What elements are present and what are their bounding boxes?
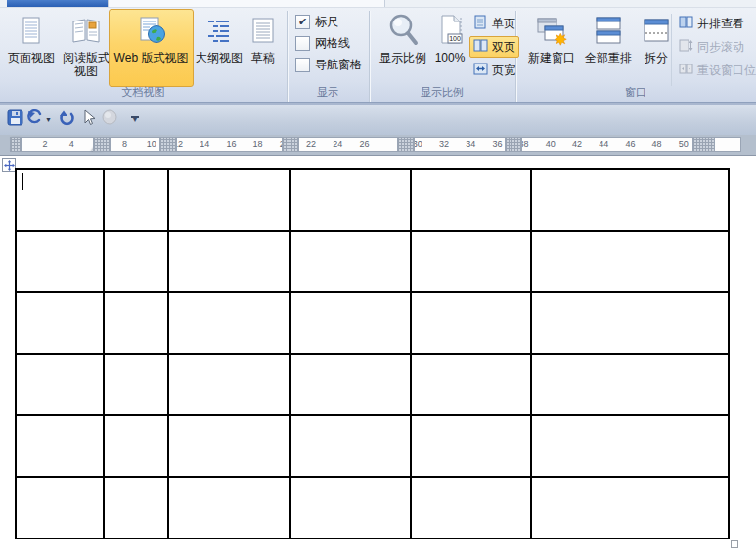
active-tab-edge <box>108 0 385 7</box>
redo-button[interactable] <box>57 109 76 129</box>
new-window-icon <box>535 10 568 51</box>
web-layout-view-button[interactable]: Web 版式视图 <box>109 9 194 87</box>
ruler-number: 10 <box>147 139 156 149</box>
customize-qat-button[interactable]: ▼ <box>125 109 145 129</box>
ruler-number: 4 <box>69 139 74 149</box>
sync-scroll-icon <box>679 38 693 57</box>
save-icon <box>7 109 23 130</box>
ruler-number: 32 <box>439 139 449 149</box>
one-page-button[interactable]: 单页 <box>469 13 519 34</box>
arrange-all-button[interactable]: 全部重排 <box>579 9 638 87</box>
synchronous-scrolling-button[interactable]: 同步滚动 <box>675 36 748 58</box>
group-zoom: 显示比例 100 100% 单页 双页 <box>369 8 515 102</box>
reset-window-position-button[interactable]: 重设窗口位 <box>675 60 756 81</box>
view-side-by-side-button[interactable]: 并排查看 <box>675 13 748 34</box>
one-page-icon <box>473 15 488 33</box>
group-window: 新建窗口 全部重排 拆分 并排查看 <box>515 8 756 102</box>
table-resize-handle[interactable] <box>731 540 738 548</box>
four-way-arrow-icon <box>4 160 15 171</box>
ruler-column-marker[interactable] <box>10 137 22 152</box>
new-window-button[interactable]: 新建窗口 <box>522 9 581 87</box>
ruler-checkbox[interactable]: ✔ <box>295 15 310 29</box>
button-label: Web 版式视图 <box>114 51 189 64</box>
ruler-column-marker[interactable] <box>159 137 177 152</box>
button-label: 阅读版式视图 <box>60 51 112 78</box>
ruler-number: 22 <box>306 139 316 149</box>
ruler-number: 14 <box>200 139 209 149</box>
ruler-number: 50 <box>679 139 689 149</box>
checkbox-label: 导航窗格 <box>315 57 362 73</box>
ruler-column-marker[interactable] <box>282 137 299 152</box>
ruler[interactable]: 2481012141618202224263032343638404244464… <box>0 135 756 156</box>
button-label: 页宽 <box>492 63 515 79</box>
button-label: 重设窗口位 <box>697 63 756 79</box>
ruler-column-marker[interactable] <box>93 137 111 152</box>
ruler-column-marker[interactable] <box>505 137 522 152</box>
ruler-number: 18 <box>253 139 263 149</box>
quick-access-toolbar: ▼ ▼ <box>0 105 756 136</box>
button-label: 草稿 <box>251 51 275 64</box>
table-move-handle[interactable] <box>2 158 16 172</box>
group-document-views: 页面视图 阅读版式视图 Web 版式视图 大纲视图 <box>0 8 287 102</box>
ruler-column-marker[interactable] <box>397 137 415 152</box>
page-width-button[interactable]: 页宽 <box>469 60 519 81</box>
disabled-circle-button[interactable] <box>100 109 119 129</box>
two-pages-button[interactable]: 双页 <box>469 36 519 58</box>
zoom-100-icon: 100 <box>434 10 466 51</box>
word-window: 页面视图 阅读版式视图 Web 版式视图 大纲视图 <box>0 0 756 559</box>
print-layout-icon <box>16 10 47 51</box>
side-by-side-icon <box>679 15 693 33</box>
button-label: 新建窗口 <box>528 51 575 64</box>
navigation-pane-checkbox[interactable]: ✔ <box>295 58 310 72</box>
navigation-pane-checkbox-row[interactable]: ✔ 导航窗格 <box>295 57 362 72</box>
more-dropdown-icon: ▼ <box>131 116 139 122</box>
file-tab[interactable] <box>7 0 108 7</box>
button-label: 显示比例 <box>379 51 426 64</box>
ribbon-tab-strip <box>0 0 756 8</box>
button-label: 单页 <box>492 16 515 32</box>
ruler-column-marker[interactable] <box>692 137 715 152</box>
button-label: 大纲视图 <box>196 51 243 64</box>
reset-window-icon <box>679 62 693 80</box>
ruler-number: 24 <box>333 139 342 149</box>
ruler-number: 46 <box>625 139 635 149</box>
button-label: 页面视图 <box>8 51 55 64</box>
document-area[interactable] <box>0 156 756 559</box>
magnifier-icon <box>384 10 422 51</box>
group-label-show: 显示 <box>287 85 369 100</box>
outline-view-button[interactable]: 大纲视图 <box>194 9 245 87</box>
ruler-number: 48 <box>652 139 662 149</box>
ruler-number: 34 <box>466 139 475 149</box>
gridlines-checkbox[interactable]: ✔ <box>295 36 310 51</box>
group-label-zoom: 显示比例 <box>369 85 515 100</box>
ruler-number: 44 <box>599 139 608 149</box>
split-icon <box>641 10 672 51</box>
print-layout-view-button[interactable]: 页面视图 <box>4 9 59 87</box>
group-show: ✔ 标尺 ✔ 网格线 ✔ 导航窗格 显示 <box>287 8 369 102</box>
split-button[interactable]: 拆分 <box>636 9 677 87</box>
button-label: 100% <box>435 51 466 64</box>
gridlines-checkbox-row[interactable]: ✔ 网格线 <box>295 35 350 51</box>
button-label: 双页 <box>492 39 515 56</box>
undo-icon <box>26 109 44 130</box>
button-label: 同步滚动 <box>697 39 744 56</box>
save-button[interactable] <box>5 109 24 129</box>
cursor-icon <box>80 109 96 130</box>
undo-dropdown-arrow-icon[interactable]: ▼ <box>45 116 52 123</box>
outline-view-icon <box>203 10 235 51</box>
button-label: 全部重排 <box>585 51 632 64</box>
undo-button[interactable]: ▼ <box>26 109 52 129</box>
arrange-all-icon <box>593 10 624 51</box>
zoom-100-icon-text: 100 <box>449 35 461 42</box>
reading-view-button[interactable]: 阅读版式视图 <box>59 9 113 87</box>
draft-view-button[interactable]: 草稿 <box>243 9 284 87</box>
zoom-button[interactable]: 显示比例 <box>375 9 431 87</box>
ruler-number: 40 <box>546 139 556 149</box>
ruler-number: 42 <box>572 139 582 149</box>
two-pages-icon <box>473 38 488 57</box>
pointer-button[interactable] <box>78 109 98 129</box>
checkbox-label: 标尺 <box>315 14 338 30</box>
zoom-100-button[interactable]: 100 100% <box>429 9 470 87</box>
page-width-icon <box>473 62 488 80</box>
ruler-checkbox-row[interactable]: ✔ 标尺 <box>295 14 338 29</box>
